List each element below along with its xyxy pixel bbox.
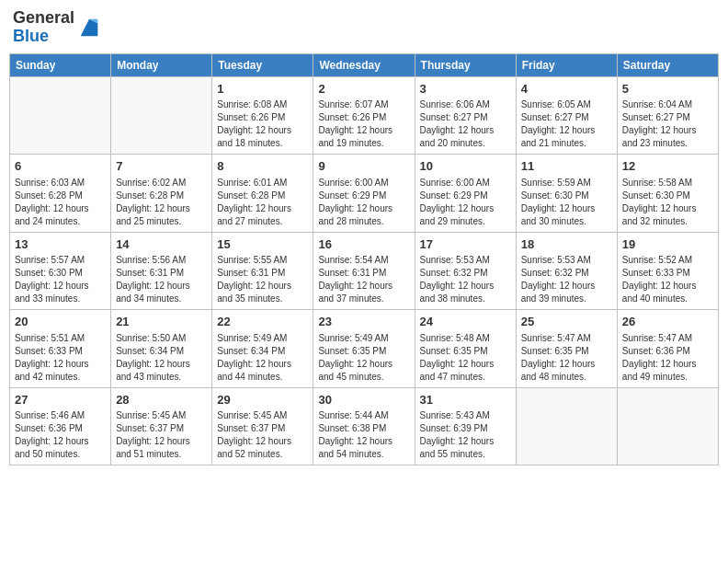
calendar-cell: 5Sunrise: 6:04 AMSunset: 6:27 PMDaylight… bbox=[617, 76, 718, 155]
day-number: 2 bbox=[318, 81, 409, 98]
calendar-cell: 17Sunrise: 5:53 AMSunset: 6:32 PMDayligh… bbox=[415, 232, 516, 310]
calendar-cell: 1Sunrise: 6:08 AMSunset: 6:26 PMDaylight… bbox=[212, 76, 313, 155]
calendar-cell: 13Sunrise: 5:57 AMSunset: 6:30 PMDayligh… bbox=[10, 232, 111, 310]
day-number: 1 bbox=[217, 81, 308, 98]
day-info: Sunrise: 5:59 AMSunset: 6:30 PMDaylight:… bbox=[521, 177, 612, 228]
day-info: Sunrise: 5:46 AMSunset: 6:36 PMDaylight:… bbox=[15, 409, 106, 461]
calendar-week-3: 20Sunrise: 5:51 AMSunset: 6:33 PMDayligh… bbox=[10, 310, 719, 388]
calendar-table: SundayMondayTuesdayWednesdayThursdayFrid… bbox=[9, 53, 719, 466]
day-info: Sunrise: 5:53 AMSunset: 6:32 PMDaylight:… bbox=[521, 254, 612, 305]
day-info: Sunrise: 6:04 AMSunset: 6:27 PMDaylight:… bbox=[622, 98, 713, 150]
logo-general: General bbox=[13, 8, 74, 27]
calendar-cell: 29Sunrise: 5:45 AMSunset: 6:37 PMDayligh… bbox=[212, 387, 313, 465]
day-number: 8 bbox=[217, 158, 308, 175]
col-header-monday: Monday bbox=[111, 53, 212, 76]
calendar-cell: 19Sunrise: 5:52 AMSunset: 6:33 PMDayligh… bbox=[617, 232, 718, 310]
day-number: 17 bbox=[420, 236, 511, 253]
day-number: 13 bbox=[15, 236, 106, 253]
calendar-cell: 14Sunrise: 5:56 AMSunset: 6:31 PMDayligh… bbox=[111, 232, 212, 310]
day-info: Sunrise: 6:01 AMSunset: 6:28 PMDaylight:… bbox=[217, 177, 308, 228]
day-number: 19 bbox=[622, 236, 713, 253]
calendar-cell: 11Sunrise: 5:59 AMSunset: 6:30 PMDayligh… bbox=[516, 155, 617, 233]
day-number: 18 bbox=[521, 236, 612, 253]
calendar-cell bbox=[516, 387, 617, 465]
logo-text: General Blue bbox=[13, 9, 74, 46]
col-header-wednesday: Wednesday bbox=[313, 53, 415, 76]
calendar-cell: 8Sunrise: 6:01 AMSunset: 6:28 PMDaylight… bbox=[212, 155, 313, 233]
calendar-cell bbox=[10, 76, 111, 155]
day-info: Sunrise: 5:48 AMSunset: 6:35 PMDaylight:… bbox=[420, 332, 511, 384]
day-info: Sunrise: 5:44 AMSunset: 6:38 PMDaylight:… bbox=[318, 409, 409, 461]
calendar-cell: 12Sunrise: 5:58 AMSunset: 6:30 PMDayligh… bbox=[617, 155, 718, 233]
day-info: Sunrise: 6:03 AMSunset: 6:28 PMDaylight:… bbox=[15, 177, 106, 228]
day-info: Sunrise: 5:47 AMSunset: 6:35 PMDaylight:… bbox=[521, 332, 612, 384]
day-number: 21 bbox=[116, 314, 207, 330]
day-info: Sunrise: 5:57 AMSunset: 6:30 PMDaylight:… bbox=[15, 254, 106, 305]
day-info: Sunrise: 5:45 AMSunset: 6:37 PMDaylight:… bbox=[217, 409, 308, 461]
day-info: Sunrise: 5:54 AMSunset: 6:31 PMDaylight:… bbox=[318, 254, 409, 305]
calendar-cell: 16Sunrise: 5:54 AMSunset: 6:31 PMDayligh… bbox=[313, 232, 415, 310]
calendar-cell: 21Sunrise: 5:50 AMSunset: 6:34 PMDayligh… bbox=[111, 310, 212, 388]
day-info: Sunrise: 5:49 AMSunset: 6:35 PMDaylight:… bbox=[318, 332, 409, 384]
day-info: Sunrise: 6:02 AMSunset: 6:28 PMDaylight:… bbox=[116, 177, 207, 228]
day-info: Sunrise: 6:08 AMSunset: 6:26 PMDaylight:… bbox=[217, 98, 308, 150]
day-number: 28 bbox=[116, 392, 207, 408]
logo: General Blue bbox=[13, 9, 102, 46]
calendar-cell: 24Sunrise: 5:48 AMSunset: 6:35 PMDayligh… bbox=[415, 310, 516, 388]
day-number: 30 bbox=[318, 392, 409, 408]
day-number: 24 bbox=[420, 314, 511, 330]
calendar-header-row: SundayMondayTuesdayWednesdayThursdayFrid… bbox=[10, 53, 719, 76]
day-info: Sunrise: 5:43 AMSunset: 6:39 PMDaylight:… bbox=[420, 409, 511, 461]
calendar-week-1: 6Sunrise: 6:03 AMSunset: 6:28 PMDaylight… bbox=[10, 155, 719, 233]
day-number: 10 bbox=[420, 158, 511, 175]
day-info: Sunrise: 5:45 AMSunset: 6:37 PMDaylight:… bbox=[116, 409, 207, 461]
day-info: Sunrise: 5:55 AMSunset: 6:31 PMDaylight:… bbox=[217, 254, 308, 305]
day-number: 5 bbox=[622, 81, 713, 98]
calendar-cell: 10Sunrise: 6:00 AMSunset: 6:29 PMDayligh… bbox=[415, 155, 516, 233]
day-info: Sunrise: 6:05 AMSunset: 6:27 PMDaylight:… bbox=[521, 98, 612, 150]
day-number: 9 bbox=[318, 158, 409, 175]
day-info: Sunrise: 5:58 AMSunset: 6:30 PMDaylight:… bbox=[622, 177, 713, 228]
day-number: 20 bbox=[15, 314, 106, 330]
calendar-week-2: 13Sunrise: 5:57 AMSunset: 6:30 PMDayligh… bbox=[10, 232, 719, 310]
day-number: 16 bbox=[318, 236, 409, 253]
logo-blue: Blue bbox=[13, 27, 49, 45]
page-header: General Blue bbox=[9, 9, 719, 46]
day-info: Sunrise: 5:56 AMSunset: 6:31 PMDaylight:… bbox=[116, 254, 207, 305]
calendar-cell: 7Sunrise: 6:02 AMSunset: 6:28 PMDaylight… bbox=[111, 155, 212, 233]
day-number: 4 bbox=[521, 81, 612, 98]
col-header-tuesday: Tuesday bbox=[212, 53, 313, 76]
day-info: Sunrise: 6:06 AMSunset: 6:27 PMDaylight:… bbox=[420, 98, 511, 150]
col-header-thursday: Thursday bbox=[415, 53, 516, 76]
day-number: 3 bbox=[420, 81, 511, 98]
day-number: 15 bbox=[217, 236, 308, 253]
day-info: Sunrise: 5:51 AMSunset: 6:33 PMDaylight:… bbox=[15, 332, 106, 384]
calendar-cell: 27Sunrise: 5:46 AMSunset: 6:36 PMDayligh… bbox=[10, 387, 111, 465]
logo-icon bbox=[76, 15, 102, 40]
day-info: Sunrise: 6:00 AMSunset: 6:29 PMDaylight:… bbox=[420, 177, 511, 228]
day-number: 6 bbox=[15, 158, 106, 175]
day-number: 11 bbox=[521, 158, 612, 175]
calendar-cell: 6Sunrise: 6:03 AMSunset: 6:28 PMDaylight… bbox=[10, 155, 111, 233]
day-info: Sunrise: 5:47 AMSunset: 6:36 PMDaylight:… bbox=[622, 332, 713, 384]
day-number: 7 bbox=[116, 158, 207, 175]
calendar-cell: 26Sunrise: 5:47 AMSunset: 6:36 PMDayligh… bbox=[617, 310, 718, 388]
calendar-cell: 28Sunrise: 5:45 AMSunset: 6:37 PMDayligh… bbox=[111, 387, 212, 465]
calendar-cell: 23Sunrise: 5:49 AMSunset: 6:35 PMDayligh… bbox=[313, 310, 415, 388]
calendar-cell bbox=[617, 387, 718, 465]
day-number: 22 bbox=[217, 314, 308, 330]
col-header-saturday: Saturday bbox=[617, 53, 718, 76]
calendar-cell: 15Sunrise: 5:55 AMSunset: 6:31 PMDayligh… bbox=[212, 232, 313, 310]
calendar-cell: 4Sunrise: 6:05 AMSunset: 6:27 PMDaylight… bbox=[516, 76, 617, 155]
calendar-week-0: 1Sunrise: 6:08 AMSunset: 6:26 PMDaylight… bbox=[10, 76, 719, 155]
calendar-cell: 20Sunrise: 5:51 AMSunset: 6:33 PMDayligh… bbox=[10, 310, 111, 388]
day-number: 31 bbox=[420, 392, 511, 408]
day-info: Sunrise: 6:07 AMSunset: 6:26 PMDaylight:… bbox=[318, 98, 409, 150]
calendar-cell bbox=[111, 76, 212, 155]
day-number: 23 bbox=[318, 314, 409, 330]
calendar-cell: 9Sunrise: 6:00 AMSunset: 6:29 PMDaylight… bbox=[313, 155, 415, 233]
day-info: Sunrise: 5:52 AMSunset: 6:33 PMDaylight:… bbox=[622, 254, 713, 305]
calendar-cell: 2Sunrise: 6:07 AMSunset: 6:26 PMDaylight… bbox=[313, 76, 415, 155]
calendar-week-4: 27Sunrise: 5:46 AMSunset: 6:36 PMDayligh… bbox=[10, 387, 719, 465]
calendar-cell: 30Sunrise: 5:44 AMSunset: 6:38 PMDayligh… bbox=[313, 387, 415, 465]
